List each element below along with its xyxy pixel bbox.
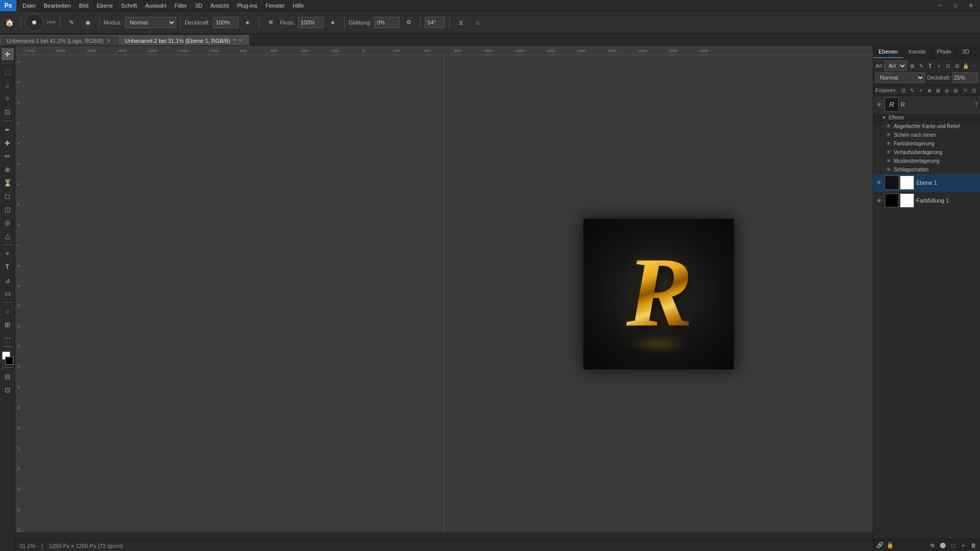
tool-history[interactable]: ⌛	[2, 177, 14, 189]
home-button[interactable]: 🏠	[2, 15, 16, 30]
menu-3d[interactable]: 3D	[191, 2, 206, 10]
art-select[interactable]: Art	[884, 61, 907, 71]
ebene1-eye[interactable]: 👁	[875, 179, 883, 186]
layer-clipping-icon[interactable]: ⊡	[944, 61, 951, 70]
panel-tab-kanaele[interactable]: Kanäle	[903, 46, 932, 58]
effect-item-schatten[interactable]: 👁 Schlagschatten	[873, 165, 980, 174]
layer-text-icon[interactable]: T	[927, 61, 934, 70]
tool-extra1[interactable]: ⊞	[2, 318, 14, 331]
tool-blur[interactable]: ◎	[2, 216, 14, 229]
panel-adjustment-button[interactable]: ⬤	[938, 541, 947, 550]
layer-adj-icon[interactable]: +	[936, 61, 942, 70]
effect-2-eye[interactable]: 👁	[886, 132, 892, 138]
tab-2-close[interactable]: ✕	[238, 38, 242, 43]
panel-tab-pfade[interactable]: Pfade	[932, 46, 957, 58]
tab-1-close[interactable]: ✕	[107, 38, 111, 43]
layer-vector-icon[interactable]: ✎	[918, 61, 924, 70]
tool-extra2[interactable]: ⋯	[2, 332, 14, 344]
layer-artboard-icon[interactable]: ⊟	[953, 61, 960, 70]
frisieren-lock-pixel[interactable]: ⊡	[900, 86, 908, 94]
layer-item-ebene1[interactable]: 👁 Ebene 1	[873, 174, 980, 192]
tool-lasso[interactable]: ⌕	[2, 79, 14, 91]
layer-pixel-icon[interactable]: ⊞	[909, 61, 916, 70]
tool-heal[interactable]: ✚	[2, 137, 14, 149]
menu-plugins[interactable]: Plug-ins	[233, 2, 261, 10]
r-layer-eye[interactable]: 👁	[875, 101, 883, 108]
tool-ellipse[interactable]: ○	[2, 305, 14, 317]
tool-marquee[interactable]: ⬚	[2, 66, 14, 78]
deckkraft-value[interactable]: 25%	[952, 72, 978, 83]
frisieren-lock-extra1[interactable]: ⊞	[935, 86, 942, 94]
color-swatches[interactable]	[2, 352, 13, 365]
tool-clone[interactable]: ⊕	[2, 163, 14, 176]
extra-button[interactable]: ⌂	[470, 15, 484, 30]
deckkraft-input[interactable]: 100%	[213, 17, 238, 28]
tool-shape[interactable]: ▭	[2, 287, 14, 299]
tool-gradient[interactable]: ◫	[2, 203, 14, 215]
effect-item-verlaufs[interactable]: 👁 Verlaufsüberlagerung	[873, 148, 980, 157]
tool-quick-select[interactable]: ✧	[2, 92, 14, 105]
tool-text[interactable]: T	[2, 261, 14, 273]
glaettung-settings[interactable]: ⚙	[402, 15, 416, 30]
menu-ansicht[interactable]: Ansicht	[206, 2, 233, 10]
fluss-pressure[interactable]: ◈	[326, 15, 340, 30]
panel-fx-button[interactable]: fx	[928, 541, 937, 550]
effect-5-eye[interactable]: 👁	[886, 158, 892, 164]
glaettung-input[interactable]: 0%	[374, 17, 400, 28]
minimize-button[interactable]: ─	[933, 0, 947, 13]
menu-auswahl[interactable]: Auswahl	[141, 2, 170, 10]
menu-fenster[interactable]: Fenster	[261, 2, 288, 10]
brush-preview[interactable]	[25, 13, 43, 32]
background-color[interactable]	[5, 357, 13, 365]
frisieren-lock-extra3[interactable]: ⊟	[952, 86, 960, 94]
frisieren-fx-add[interactable]: fx	[962, 86, 969, 94]
frisieren-lock-extra2[interactable]: ◎	[943, 86, 951, 94]
effect-item-schein[interactable]: 👁 Schein nach innen	[873, 131, 980, 139]
layer-settings-icon[interactable]: ⋯	[971, 61, 978, 70]
modus-select[interactable]: Normal	[125, 17, 176, 28]
tool-brush[interactable]: ✏	[2, 150, 14, 162]
fluss-input[interactable]: 100%	[298, 17, 324, 28]
panel-tab-ebenen[interactable]: Ebenen	[873, 46, 903, 58]
canvas-area[interactable]: R	[445, 55, 873, 533]
panel-link-icon[interactable]: 🔗	[875, 541, 885, 550]
layer-item-farb1[interactable]: 👁 Farbfüllung 1	[873, 192, 980, 210]
panel-group-button[interactable]: □	[948, 541, 958, 550]
effect-item-abgeflacht[interactable]: 👁 Abgeflachte Kante und Relief	[873, 122, 980, 131]
effect-item-farbueber[interactable]: 👁 Farbüberlagerung	[873, 139, 980, 148]
maximize-button[interactable]: □	[948, 0, 963, 13]
effect-item-muster[interactable]: 👁 Musterüberlagerung	[873, 157, 980, 165]
menu-filter[interactable]: Filter	[170, 2, 191, 10]
brush-mode-button[interactable]: ◉	[81, 15, 95, 30]
effect-1-eye[interactable]: 👁	[886, 123, 892, 129]
panel-lock-icon[interactable]: 🔒	[886, 541, 895, 550]
menu-bild[interactable]: Bild	[75, 2, 92, 10]
effects-header[interactable]: ▼ Effekte	[873, 114, 980, 122]
frisieren-lock-artboard[interactable]: +	[917, 86, 925, 94]
menu-datei[interactable]: Datei	[18, 2, 40, 10]
menu-hilfe[interactable]: Hilfe	[288, 2, 308, 10]
deckkraft-pressure[interactable]: ◈	[240, 15, 255, 30]
frisieren-extra[interactable]: ⊡	[970, 86, 978, 94]
tool-eyedropper[interactable]: ✒	[2, 123, 14, 136]
close-button[interactable]: ✕	[964, 0, 978, 13]
symmetry-button[interactable]: ⧖	[454, 15, 468, 30]
layer-item-r[interactable]: 👁 R R T	[873, 96, 980, 114]
tool-pen[interactable]: ⌖	[2, 247, 14, 260]
effect-4-eye[interactable]: 👁	[886, 149, 892, 155]
layer-modus-select[interactable]: Normal	[875, 72, 925, 83]
airbrush-button[interactable]: ⊕	[263, 15, 278, 30]
angle-input[interactable]: 54°	[425, 17, 445, 28]
panel-delete-layer-button[interactable]: 🗑	[969, 541, 978, 550]
panel-new-layer-button[interactable]: +	[959, 541, 968, 550]
farb1-eye[interactable]: 👁	[875, 197, 883, 204]
brush-settings-button[interactable]: ✎	[64, 15, 79, 30]
panel-tab-3d[interactable]: 3D	[957, 46, 975, 58]
tool-eraser[interactable]: ◻	[2, 190, 14, 202]
menu-schrift[interactable]: Schrift	[117, 2, 141, 10]
tab-document-1[interactable]: Unbenannt-1 bei 41,2% (Logo, RGB/8) ✕	[0, 35, 117, 45]
effect-3-eye[interactable]: 👁	[886, 140, 892, 146]
tool-move[interactable]: ✛	[2, 48, 14, 60]
frisieren-lock-all[interactable]: ⊕	[926, 86, 934, 94]
tool-screen-mode[interactable]: ⊡	[2, 384, 14, 396]
